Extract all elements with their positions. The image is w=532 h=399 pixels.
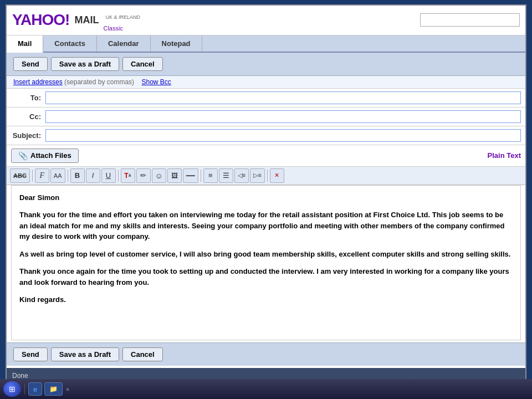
- attach-label: Attach Files: [30, 151, 71, 160]
- header: YAHOO! MAIL UK & IRELAND Classic: [7, 6, 525, 35]
- image-button[interactable]: 🖼: [167, 168, 182, 183]
- email-body[interactable]: Dear Simon Thank you for the time and ef…: [11, 185, 521, 340]
- tab-calendar[interactable]: Calendar: [97, 35, 151, 52]
- tab-contacts[interactable]: Contacts: [43, 35, 97, 52]
- indent-more-button[interactable]: ▷≡: [250, 168, 264, 183]
- subject-input[interactable]: [45, 129, 521, 142]
- font-size-button[interactable]: AA: [50, 168, 65, 183]
- text-color-button[interactable]: TA: [121, 168, 135, 183]
- highlight-button[interactable]: ✏: [136, 168, 151, 183]
- bottom-toolbar: Send Save as a Draft Cancel: [7, 342, 525, 366]
- attach-files-button[interactable]: 📎 Attach Files: [11, 149, 79, 163]
- cc-row: Cc:: [7, 108, 525, 126]
- bold-button[interactable]: B: [70, 168, 85, 183]
- cc-label: Cc:: [7, 112, 45, 121]
- align-button[interactable]: ≡: [203, 168, 218, 183]
- fmt-sep-2: [68, 170, 68, 182]
- search-input[interactable]: [420, 13, 520, 27]
- show-bcc-link[interactable]: Show Bcc: [141, 78, 171, 86]
- to-input[interactable]: [45, 91, 521, 104]
- indent-less-button[interactable]: ◁≡: [234, 168, 249, 183]
- email-para1: Thank you for the time and effort you ta…: [19, 209, 513, 242]
- fmt-sep-4: [201, 170, 201, 182]
- tab-notepad[interactable]: Notepad: [151, 35, 202, 52]
- top-toolbar: Send Save as a Draft Cancel: [7, 53, 525, 76]
- windows-icon: ⊞: [9, 385, 16, 393]
- email-closing: Kind regards.: [19, 294, 513, 305]
- format-toolbar: ABC F AA B I U TA ✏ ☺ 🖼 — ≡ ☰ ◁≡ ▷≡ ✕: [7, 167, 525, 185]
- address-hint: Insert addresses (separated by commas) S…: [7, 76, 525, 89]
- email-para2: As well as bring top level of customer s…: [19, 249, 513, 260]
- logo: YAHOO! MAIL UK & IRELAND Classic: [12, 9, 140, 32]
- cc-input[interactable]: [45, 110, 521, 123]
- taskbar: ⊞ e 📁 »: [0, 379, 532, 399]
- ie-icon: e: [33, 385, 37, 393]
- remove-format-button[interactable]: ✕: [270, 168, 284, 183]
- emoticon-button[interactable]: ☺: [152, 168, 166, 183]
- italic-button[interactable]: I: [86, 168, 100, 183]
- tab-mail[interactable]: Mail: [7, 35, 43, 53]
- plain-text-link[interactable]: Plain Text: [488, 151, 521, 160]
- save-draft-button-bottom[interactable]: Save as a Draft: [51, 347, 119, 361]
- send-button-bottom[interactable]: Send: [13, 347, 48, 361]
- taskbar-separator: [24, 383, 25, 395]
- main-window: YAHOO! MAIL UK & IRELAND Classic Mail Co…: [6, 4, 526, 385]
- compose-area: Insert addresses (separated by commas) S…: [7, 76, 525, 340]
- nav-tabs: Mail Contacts Calendar Notepad: [7, 35, 525, 53]
- fmt-sep-5: [267, 170, 268, 182]
- hr-button[interactable]: —: [183, 168, 198, 183]
- insert-addresses-link[interactable]: Insert addresses: [13, 78, 63, 86]
- folder-icon: 📁: [49, 385, 58, 393]
- start-button[interactable]: ⊞: [3, 381, 21, 397]
- taskbar-ie[interactable]: e: [28, 382, 42, 396]
- email-greeting: Dear Simon: [19, 192, 513, 203]
- cancel-button-bottom[interactable]: Cancel: [122, 347, 163, 361]
- send-button-top[interactable]: Send: [13, 57, 48, 71]
- list-button[interactable]: ☰: [219, 168, 233, 183]
- to-label: To:: [7, 94, 45, 102]
- paperclip-icon: 📎: [18, 151, 28, 160]
- font-button[interactable]: F: [35, 168, 49, 183]
- underline-button[interactable]: U: [101, 168, 116, 183]
- spellcheck-button[interactable]: ABC: [10, 168, 30, 183]
- email-para3: Thank you once again for the time you to…: [19, 266, 513, 288]
- fmt-sep-1: [32, 170, 33, 182]
- subject-row: Subject:: [7, 126, 525, 145]
- yahoo-text: YAHOO!: [12, 11, 69, 29]
- taskbar-item2[interactable]: 📁: [44, 382, 63, 396]
- save-draft-button-top[interactable]: Save as a Draft: [51, 57, 119, 71]
- statusbar-text: Done: [12, 372, 28, 380]
- taskbar-chevron: »: [66, 386, 69, 392]
- mail-text: MAIL: [71, 14, 99, 26]
- cancel-button-top[interactable]: Cancel: [122, 57, 163, 71]
- attach-row: 📎 Attach Files Plain Text: [7, 145, 525, 167]
- to-row: To:: [7, 89, 525, 108]
- classic-text: Classic: [103, 25, 140, 32]
- region-text: UK & IRELAND: [105, 14, 140, 21]
- subject-label: Subject:: [7, 131, 45, 140]
- fmt-sep-3: [118, 170, 119, 182]
